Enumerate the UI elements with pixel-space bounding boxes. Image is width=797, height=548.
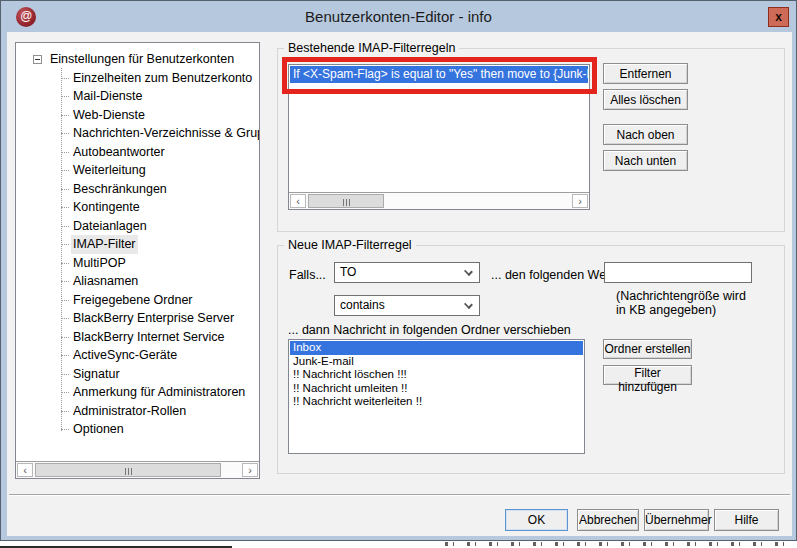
- tree-item-label: Optionen: [71, 420, 126, 439]
- tree-item-label: Freigegebene Ordner: [71, 291, 195, 310]
- tree-connector: [61, 374, 69, 375]
- chevron-down-icon: [464, 267, 473, 276]
- tree-item[interactable]: BlackBerry Internet Service: [16, 328, 259, 347]
- background-window-text: [445, 542, 797, 546]
- nach-oben-button[interactable]: Nach oben: [603, 124, 688, 145]
- tree-connector: [61, 429, 69, 430]
- collapse-minus-icon[interactable]: [33, 55, 42, 64]
- tree-item[interactable]: Administrator-Rollen: [16, 402, 259, 421]
- tree-item[interactable]: Signatur: [16, 365, 259, 384]
- alles-loeschen-button[interactable]: Alles löschen: [603, 89, 688, 110]
- tree-item[interactable]: Kontingente: [16, 198, 259, 217]
- tree-root-label: Einstellungen für Benutzerkonten: [50, 50, 234, 69]
- folder-item[interactable]: Inbox: [290, 341, 583, 355]
- tree-item-label: Mail-Dienste: [71, 87, 144, 106]
- tree-item-label: Nachrichten-Verzeichnisse & Grup: [71, 124, 259, 143]
- tree-item-label: Weiterleitung: [71, 161, 148, 180]
- footer-separator: [9, 494, 790, 496]
- tree-item-label: ActiveSync-Geräte: [71, 346, 179, 365]
- tree-item[interactable]: Anmerkung für Administratoren: [16, 383, 259, 402]
- tree-item[interactable]: Nachrichten-Verzeichnisse & Grup: [16, 124, 259, 143]
- entfernen-button[interactable]: Entfernen: [603, 63, 688, 84]
- tree-item-label: Web-Dienste: [71, 106, 147, 125]
- tree-item[interactable]: Beschränkungen: [16, 180, 259, 199]
- tree-connector: [61, 226, 69, 227]
- tree-item-label: MultiPOP: [71, 254, 128, 273]
- close-button[interactable]: x: [768, 7, 789, 27]
- tree-item[interactable]: Weiterleitung: [16, 161, 259, 180]
- scroll-right-button[interactable]: ›: [572, 194, 588, 208]
- scroll-right-button[interactable]: ›: [242, 463, 258, 477]
- header-select-value: TO: [340, 265, 356, 279]
- tree-item[interactable]: IMAP-Filter: [16, 235, 259, 254]
- tree-connector: [61, 170, 69, 171]
- scroll-left-button[interactable]: ‹: [290, 194, 306, 208]
- tree-item[interactable]: ActiveSync-Geräte: [16, 346, 259, 365]
- title-bar[interactable]: @ Benutzerkonten-Editor - info x: [1, 1, 796, 32]
- tree-item[interactable]: Einzelheiten zum Benutzerkonto: [16, 69, 259, 88]
- tree-item-label: BlackBerry Enterprise Server: [71, 309, 236, 328]
- tree-item-label: Beschränkungen: [71, 180, 169, 199]
- account-settings-tree: Einstellungen für Benutzerkonten Einzelh…: [15, 42, 260, 479]
- tree-connector: [61, 133, 69, 134]
- folder-item[interactable]: !! Nachricht weiterleiten !!: [290, 395, 583, 409]
- imap-rule-item[interactable]: If <X-Spam-Flag> is equal to "Yes" then …: [290, 66, 588, 83]
- tree-item-label: Autobeantworter: [71, 143, 167, 162]
- falls-label: Falls...: [289, 268, 326, 282]
- ordner-erstellen-button[interactable]: Ordner erstellen: [603, 339, 692, 359]
- tree-body: Einstellungen für Benutzerkonten Einzelh…: [16, 43, 259, 461]
- folder-list: Inbox Junk-E-mail !! Nachricht löschen !…: [288, 339, 585, 454]
- tree-connector: [61, 263, 69, 264]
- tree-connector: [61, 244, 69, 245]
- folder-item[interactable]: Junk-E-mail: [290, 355, 583, 369]
- ok-button[interactable]: OK: [505, 509, 568, 531]
- filter-hinzufuegen-button[interactable]: Filter hinzufügen: [603, 365, 692, 385]
- tree-connector: [61, 392, 69, 393]
- tree-connector: [61, 207, 69, 208]
- tree-item-label: Anmerkung für Administratoren: [71, 383, 247, 402]
- tree-item-label: Einzelheiten zum Benutzerkonto: [71, 69, 254, 88]
- tree-item[interactable]: Web-Dienste: [16, 106, 259, 125]
- tree-connector: [61, 189, 69, 190]
- tree-item[interactable]: Dateianlagen: [16, 217, 259, 236]
- tree-item[interactable]: Autobeantworter: [16, 143, 259, 162]
- tree-connector: [61, 337, 69, 338]
- value-input[interactable]: [604, 262, 752, 283]
- tree-item[interactable]: MultiPOP: [16, 254, 259, 273]
- tree-item-label: Kontingente: [71, 198, 142, 217]
- scrollbar-thumb[interactable]: [308, 194, 384, 208]
- tree-item[interactable]: BlackBerry Enterprise Server: [16, 309, 259, 328]
- tree-connector: [61, 96, 69, 97]
- tree-connector: [61, 281, 69, 282]
- nach-unten-button[interactable]: Nach unten: [603, 150, 688, 171]
- folder-item[interactable]: !! Nachricht umleiten !!: [290, 382, 583, 396]
- condition-select[interactable]: contains: [334, 295, 480, 316]
- header-select[interactable]: TO: [334, 262, 480, 283]
- tree-item-label: IMAP-Filter: [71, 235, 138, 254]
- tree-h-scrollbar[interactable]: ‹ ›: [16, 461, 259, 478]
- uebernehmen-button[interactable]: Übernehmer: [644, 509, 709, 531]
- tree-item[interactable]: Optionen: [16, 420, 259, 439]
- hilfe-button[interactable]: Hilfe: [714, 509, 779, 531]
- tree-item-label: Signatur: [71, 365, 122, 384]
- tree-item[interactable]: Freigegebene Ordner: [16, 291, 259, 310]
- tree-item-label: BlackBerry Internet Service: [71, 328, 226, 347]
- tree-item[interactable]: Aliasnamen: [16, 272, 259, 291]
- rules-h-scrollbar[interactable]: ‹ ›: [289, 192, 589, 209]
- tree-item[interactable]: Mail-Dienste: [16, 87, 259, 106]
- size-note: (Nachrichtengröße wird in KB angegeben): [616, 289, 746, 317]
- folder-action-label: ... dann Nachricht in folgenden Ordner v…: [288, 323, 571, 337]
- folder-item[interactable]: !! Nachricht löschen !!!: [290, 368, 583, 382]
- scrollbar-thumb[interactable]: [35, 463, 221, 477]
- window-title: Benutzerkonten-Editor - info: [1, 8, 796, 25]
- scroll-left-button[interactable]: ‹: [17, 463, 33, 477]
- tree-connector: [61, 300, 69, 301]
- tree-root-item[interactable]: Einstellungen für Benutzerkonten: [16, 50, 259, 69]
- tree-connector: [61, 355, 69, 356]
- tree-connector: [61, 78, 69, 79]
- new-rule-group-title: Neue IMAP-Filterregel: [284, 238, 416, 252]
- abbrechen-button[interactable]: Abbrechen: [577, 509, 639, 531]
- wert-label: ... den folgenden Wert: [491, 268, 614, 282]
- background-window-strip: [0, 541, 797, 548]
- tree-item-label: Aliasnamen: [71, 272, 140, 291]
